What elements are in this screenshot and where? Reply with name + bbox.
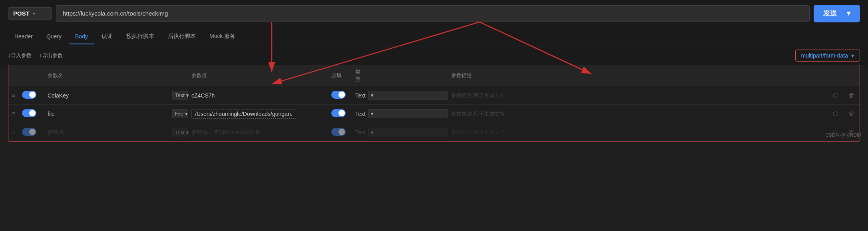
export-params-button[interactable]: ↑导出参数 [40,52,63,59]
col-required-header: 必填 [328,72,352,79]
row1-value-type-label: Text [352,92,368,99]
table-header-row: 参数名 参数值 必填 类型 参数描述 [8,65,860,86]
nav-tabs: Header Query Body 认证 预执行脚本 后执行脚本 Mock 服务 [0,27,868,46]
row3-required-enabled[interactable] [331,128,346,136]
col-param-value-header: 参数值 [188,72,304,79]
row3-description[interactable]: 参数描述,用于生成文档 [448,127,828,137]
col-desc-header: 参数描述 [448,72,828,79]
content-type-value: multipart/form-data [801,52,848,59]
table-row: ≡ File ▾ /Users/zhoumingle/Downloads/gon… [8,105,860,123]
toolbar: ↓导入参数 ↑导出参数 multipart/form-data ▾ [0,46,868,65]
row1-type-selector[interactable]: Text ▾ [172,91,188,100]
tab-mock[interactable]: Mock 服务 [203,29,242,45]
value-type-chevron-icon: ▾ [371,92,374,98]
value-type-chevron-icon: ▾ [371,111,374,117]
row1-required-toggle[interactable] [328,91,352,100]
row2-enabled-toggle[interactable] [22,109,36,117]
url-input[interactable] [56,5,810,22]
row3-type-selector[interactable]: Text ▾ [172,128,188,137]
tab-pre-script[interactable]: 预执行脚本 [120,29,161,45]
row1-param-name-input[interactable] [44,91,172,100]
value-type-chevron-icon: ▾ [371,129,374,135]
row1-enabled-toggle[interactable] [22,91,36,99]
table-row: ≡ 参数名 Text ▾ 参数值，支持Mock字段变量 Text ▾ 参数描述,… [8,123,860,141]
row1-description[interactable]: 参数描述,用于生成文档 [448,90,828,101]
drag-handle-icon[interactable]: ≡ [8,129,20,136]
row3-param-name-placeholder[interactable]: 参数名 [44,127,172,137]
row2-delete-icon[interactable]: 🗑 [844,110,860,117]
row1-required-enabled[interactable] [331,91,346,99]
watermark: CSDN @吴NDIR [825,132,862,139]
drag-handle-icon[interactable]: ≡ [8,92,20,99]
params-table: 参数名 参数值 必填 类型 参数描述 ≡ Text ▾ [8,65,860,142]
tab-auth[interactable]: 认证 [95,29,119,45]
col-param-name-header: 参数名 [44,72,172,79]
row3-toggle[interactable] [20,128,44,137]
row1-toggle[interactable] [20,91,44,100]
row2-required-toggle[interactable] [328,109,352,118]
row2-file-value[interactable]: /Users/zhoumingle/Downloads/gongan. [191,109,296,119]
tab-post-script[interactable]: 后执行脚本 [161,29,202,45]
row3-enabled-toggle[interactable] [22,128,36,136]
tab-body[interactable]: Body [69,29,94,44]
method-value: POST [13,10,30,17]
row1-delete-icon[interactable]: 🗑 [844,92,860,99]
row2-copy-icon[interactable]: ⬡ [828,110,844,117]
row3-value-placeholder[interactable]: 参数值，支持Mock字段变量 [188,127,304,137]
send-btn-divider [842,9,842,18]
table-row: ≡ Text ▾ Text ▾ 参数描述,用于生成文档 ⬡ 🗑 [8,86,860,105]
row2-required-enabled[interactable] [331,109,346,117]
row2-value-type-selector[interactable]: ▾ [368,109,448,118]
row2-description[interactable]: 参数描述,用于生成文档 [448,109,828,119]
type-chevron-icon: ▾ [185,111,188,117]
row2-type-selector[interactable]: File ▾ [172,109,188,118]
row1-copy-icon[interactable]: ⬡ [828,92,844,99]
tab-header[interactable]: Header [8,29,39,44]
col-type-label-header: 类型 [352,68,368,83]
content-type-selector[interactable]: multipart/form-data ▾ [795,50,860,62]
row1-value-type-selector[interactable]: ▾ [368,91,448,100]
import-params-button[interactable]: ↓导入参数 [8,52,32,59]
send-chevron-icon: ▾ [847,9,850,18]
row2-toggle[interactable] [20,109,44,118]
row2-param-name-input[interactable] [44,109,172,119]
row3-required-toggle[interactable] [328,128,352,137]
row3-value-type-selector[interactable]: ▾ [368,128,448,137]
top-bar: POST ▾ 发送 ▾ [0,0,868,27]
method-chevron-icon: ▾ [33,11,35,16]
row3-value-type-label: Text [352,129,368,135]
row2-value-type-label: Text [352,111,368,117]
send-button[interactable]: 发送 ▾ [814,5,860,22]
method-selector[interactable]: POST ▾ [8,7,52,20]
tab-query[interactable]: Query [40,29,68,44]
drag-handle-icon[interactable]: ≡ [8,110,20,117]
row1-param-value-input[interactable] [188,91,304,100]
content-type-chevron-icon: ▾ [851,52,854,59]
